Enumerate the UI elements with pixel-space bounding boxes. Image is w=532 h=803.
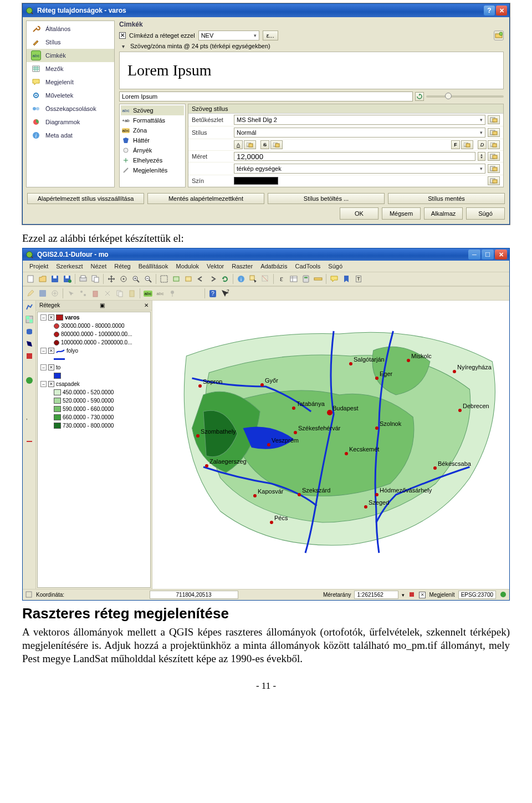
stop-render-icon[interactable] bbox=[408, 591, 416, 599]
subtab-placement[interactable]: Elhelyezés bbox=[121, 155, 184, 165]
sidebar-item-display[interactable]: Megjelenít bbox=[27, 75, 114, 89]
toggle-extents-icon[interactable] bbox=[25, 591, 33, 599]
menu-plugins[interactable]: Modulok bbox=[172, 262, 202, 271]
data-defined-button[interactable] bbox=[488, 176, 500, 185]
bookmarks-icon[interactable] bbox=[341, 273, 352, 284]
menu-settings[interactable]: Beállítások bbox=[135, 262, 172, 271]
help-button[interactable]: Súgó bbox=[466, 207, 505, 220]
coord-field[interactable]: 711804,20513 bbox=[150, 591, 238, 599]
minimize-button[interactable]: ─ bbox=[468, 250, 480, 260]
print-composer-icon[interactable] bbox=[78, 273, 89, 284]
sidebar-item-general[interactable]: Általános bbox=[27, 22, 114, 35]
layer-checkbox[interactable] bbox=[48, 381, 54, 387]
layer-name[interactable]: varos bbox=[65, 314, 80, 321]
sidebar-item-diagrams[interactable]: Diagrammok bbox=[27, 115, 114, 129]
color-picker[interactable] bbox=[234, 177, 278, 185]
data-defined-button[interactable] bbox=[488, 164, 500, 173]
menu-raster[interactable]: Raszter bbox=[228, 262, 256, 271]
data-defined-button[interactable] bbox=[270, 140, 283, 149]
data-defined-button[interactable] bbox=[488, 115, 500, 124]
subtab-buffer[interactable]: abcZóna bbox=[121, 125, 184, 135]
text-annotation-icon[interactable]: T bbox=[353, 273, 364, 284]
add-spatialite-icon[interactable] bbox=[24, 338, 35, 349]
preview-input[interactable] bbox=[119, 92, 413, 101]
save-project-icon[interactable] bbox=[49, 273, 60, 284]
map-tips-icon[interactable] bbox=[329, 273, 340, 284]
menu-project[interactable]: Projekt bbox=[26, 262, 52, 271]
zoom-full-icon[interactable] bbox=[158, 273, 170, 284]
layer-name[interactable]: folyo bbox=[66, 348, 78, 354]
label-tool-icon[interactable]: abc bbox=[155, 288, 166, 299]
preview-size-slider[interactable] bbox=[426, 95, 504, 98]
ok-button[interactable]: OK bbox=[340, 207, 378, 220]
sidebar-item-style[interactable]: Stílus bbox=[27, 35, 114, 49]
cut-icon[interactable] bbox=[102, 288, 113, 299]
subtab-background[interactable]: Háttér bbox=[121, 135, 184, 145]
abc-label-icon[interactable]: abc bbox=[142, 288, 154, 299]
layer-checkbox[interactable] bbox=[48, 348, 54, 354]
menu-database[interactable]: Adatbázis bbox=[257, 262, 290, 271]
zoom-last-icon[interactable] bbox=[195, 273, 206, 284]
subtab-shadow[interactable]: Árnyék bbox=[121, 145, 184, 155]
whatsthis-icon[interactable]: ? bbox=[219, 288, 231, 299]
crs-button-icon[interactable] bbox=[499, 591, 507, 599]
copy-icon[interactable] bbox=[114, 288, 125, 299]
data-defined-button[interactable] bbox=[461, 140, 473, 149]
size-input[interactable] bbox=[234, 152, 475, 161]
select-icon[interactable] bbox=[248, 273, 259, 284]
subtab-rendering[interactable]: Megjelenítés bbox=[121, 165, 184, 175]
measure-icon[interactable] bbox=[313, 273, 324, 284]
close-button[interactable]: ✕ bbox=[495, 250, 507, 260]
layer-tree[interactable]: −varos30000.0000 - 80000.0000800000.0000… bbox=[37, 312, 151, 588]
composer-manager-icon[interactable] bbox=[90, 273, 101, 284]
expand-icon[interactable]: − bbox=[40, 364, 47, 370]
layer-name[interactable]: csapadek bbox=[56, 381, 80, 387]
node-tool-icon[interactable] bbox=[78, 288, 89, 299]
collapse-arrow-icon[interactable]: ▾ bbox=[119, 43, 127, 49]
deselect-icon[interactable] bbox=[260, 273, 271, 284]
scale-dropdown-icon[interactable]: ▾ bbox=[402, 592, 405, 598]
titlebar[interactable]: QGIS2.0.1-Dufour - mo ─ ☐ ✕ bbox=[23, 248, 509, 261]
close-panel-icon[interactable]: ✕ bbox=[144, 302, 149, 308]
label-pin-icon[interactable] bbox=[167, 288, 178, 299]
menu-layer[interactable]: Réteg bbox=[111, 262, 134, 271]
remove-layer-icon[interactable] bbox=[24, 436, 35, 447]
cancel-button[interactable]: Mégsem bbox=[382, 207, 421, 220]
open-project-icon[interactable] bbox=[37, 273, 48, 284]
zoom-layer-icon[interactable] bbox=[171, 273, 182, 284]
help-tool-icon[interactable]: ? bbox=[207, 288, 218, 299]
size-spinner[interactable]: ▲▼ bbox=[478, 152, 485, 161]
add-oracle-icon[interactable] bbox=[24, 363, 35, 374]
field-calculator-icon[interactable] bbox=[300, 273, 311, 284]
add-csv-icon[interactable]: , bbox=[24, 411, 35, 423]
expand-icon[interactable]: − bbox=[40, 381, 47, 387]
subtab-formatting[interactable]: +abFormattálás bbox=[121, 115, 184, 125]
enable-labels-checkbox[interactable] bbox=[119, 32, 126, 39]
preview-reset-button[interactable] bbox=[415, 92, 424, 101]
identify-icon[interactable]: i bbox=[236, 273, 247, 284]
menu-edit[interactable]: Szerkeszt bbox=[53, 262, 86, 271]
add-vector-icon[interactable] bbox=[24, 302, 35, 313]
expression-icon[interactable]: ε bbox=[276, 273, 287, 284]
render-checkbox[interactable] bbox=[419, 592, 426, 598]
font-combo[interactable]: MS Shell Dlg 2▾ bbox=[234, 115, 485, 125]
underline-toggle[interactable]: A bbox=[234, 140, 243, 149]
help-button[interactable]: ? bbox=[484, 6, 495, 16]
add-feature-icon[interactable] bbox=[49, 288, 60, 299]
add-mssql-icon[interactable] bbox=[24, 350, 35, 362]
restore-default-style-button[interactable]: Alapértelmezett stílus visszaállítása bbox=[27, 193, 144, 204]
menu-cadtools[interactable]: CadTools bbox=[291, 262, 324, 271]
save-as-icon[interactable] bbox=[62, 273, 73, 284]
sidebar-item-actions[interactable]: Műveletek bbox=[27, 89, 114, 102]
titlebar[interactable]: Réteg tulajdonságok - varos ? ✕ bbox=[23, 4, 509, 17]
close-button[interactable]: ✕ bbox=[496, 6, 507, 16]
crs-field[interactable]: EPSG:23700 bbox=[458, 591, 496, 599]
load-style-button[interactable]: Stílus betöltés ... bbox=[268, 193, 385, 204]
data-defined-button[interactable] bbox=[488, 128, 500, 137]
label-field-combo[interactable]: NEV ▾ bbox=[198, 31, 259, 40]
zoom-next-icon[interactable] bbox=[207, 273, 218, 284]
layer-checkbox[interactable] bbox=[48, 314, 54, 321]
sidebar-item-labels[interactable]: abc Cimkék bbox=[27, 49, 114, 62]
add-postgis-icon[interactable] bbox=[24, 326, 35, 337]
expand-icon[interactable]: − bbox=[40, 314, 47, 321]
